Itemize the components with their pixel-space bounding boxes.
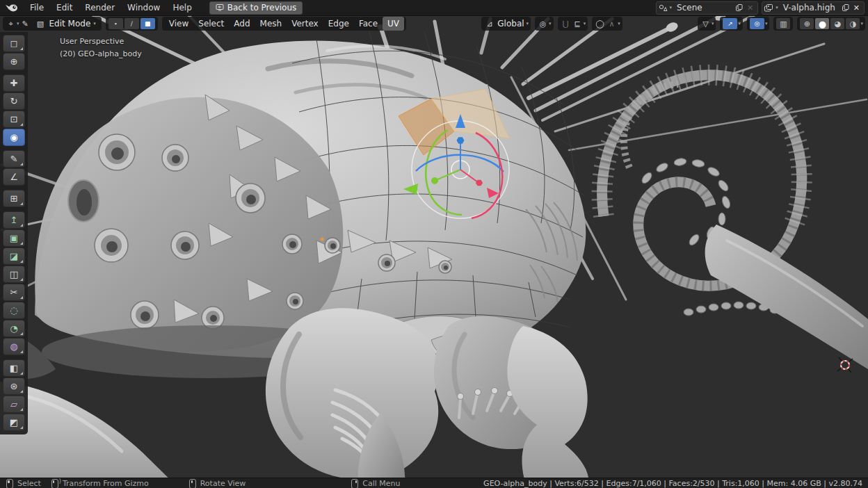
falloff-curve-icon[interactable]: ∧ [606, 20, 618, 28]
gizmo-y-handle[interactable] [431, 177, 438, 184]
tool-cursor[interactable]: ⊕ [3, 53, 25, 70]
menu-mesh[interactable]: Mesh [255, 17, 287, 31]
scene-name[interactable]: Scene [674, 3, 734, 13]
vertex-select-mode-button[interactable]: ∙ [108, 18, 123, 29]
tool-knife[interactable]: ✂ [3, 284, 25, 301]
proportional-editing-icon[interactable]: ◯ [594, 20, 606, 28]
tool-rotate[interactable]: ↻ [3, 92, 25, 110]
scene-statistics: GEO-alpha_body | Verts:6/532 | Edges:7/1… [483, 479, 862, 488]
tool-add-cube[interactable]: ⊞ [3, 190, 25, 207]
topbar: File Edit Render Window Help Back to Pre… [0, 0, 868, 16]
menu-add[interactable]: Add [229, 17, 255, 31]
menu-edit[interactable]: Edit [50, 0, 79, 15]
tool-move[interactable]: ✚ [3, 74, 25, 92]
tool-shrink-fatten[interactable]: ⊛ [3, 377, 25, 395]
active-object-label: (20) GEO-alpha_body [60, 48, 142, 60]
menu-select[interactable]: Select [193, 17, 229, 31]
scene-unlink-icon: ✕ [745, 3, 755, 13]
viewport-menus: View Select Add Mesh Vertex Edge Face UV [162, 17, 406, 31]
tool-loop-cut[interactable]: ◫ [3, 266, 25, 283]
menu-render[interactable]: Render [79, 0, 121, 15]
viewport-canvas[interactable] [0, 16, 868, 478]
face-select-mode-button[interactable]: ■ [140, 18, 155, 29]
menu-window[interactable]: Window [121, 0, 166, 15]
snap-magnet-icon[interactable]: ⋃ [560, 20, 572, 28]
menu-view[interactable]: View [164, 17, 193, 31]
tool-scale[interactable]: ⊡ [3, 111, 25, 128]
shading-solid-button[interactable]: ● [815, 18, 829, 29]
orientation-dropdown[interactable]: ⊿ Global ▾ [481, 17, 531, 31]
menu-uv[interactable]: UV [383, 17, 404, 31]
menu-file[interactable]: File [24, 0, 50, 15]
viewport-overlay-text: User Perspective (20) GEO-alpha_body [60, 35, 142, 60]
menu-help[interactable]: Help [166, 0, 198, 15]
object-origin-dot [321, 238, 324, 241]
show-overlays-button[interactable]: ◎ [750, 18, 764, 29]
pivot-point-icon: ◎ [537, 20, 549, 28]
xray-toggle-button[interactable]: ▥ [776, 18, 790, 29]
tool-extrude-region[interactable]: ↥ [3, 211, 25, 229]
menu-vertex[interactable]: Vertex [287, 17, 323, 31]
orientation-axes-icon: ⊿ [483, 20, 495, 28]
snap-target-icon[interactable]: ⊑ [572, 20, 584, 28]
shading-wireframe-button[interactable]: ⊕ [800, 18, 814, 29]
status-bar: Select Transform From Gizmo Rotate View … [0, 478, 868, 488]
menu-edge[interactable]: Edge [323, 17, 354, 31]
tool-inset-faces[interactable]: ▣ [3, 229, 25, 247]
tool-bevel[interactable]: ◪ [3, 247, 25, 265]
view-layer-selector[interactable]: ▾ V-alpha.high ✕ [762, 1, 865, 15]
tool-annotate[interactable]: ✎ [3, 150, 25, 168]
tool-shelf: ◻ ⊕ ✚ ↻ ⊡ ◉ ✎ ∠ ⊞ ↥ ▣ ◪ ◫ ✂ ◌ ◔ ◍ ◧ ⊛ ▱ … [0, 32, 28, 434]
edge-select-mode-button[interactable]: ∕ [124, 18, 139, 29]
viewport-3d: ⌖ ▾ ✎ ▧ Edit Mode ▾ ∙ ∕ ■ View Select Ad… [0, 16, 868, 478]
mouse-middle-icon [189, 479, 196, 488]
hint-call-menu: Call Menu [351, 479, 400, 488]
view-layer-icon [764, 4, 773, 12]
tool-shear[interactable]: ▱ [3, 396, 25, 413]
annotate-pen-icon[interactable]: ✎ [19, 20, 31, 28]
new-copy-icon[interactable] [842, 4, 849, 12]
menu-face[interactable]: Face [354, 17, 383, 31]
tool-transform[interactable]: ◉ [3, 129, 25, 146]
hint-transform-from-gizmo: Transform From Gizmo [51, 479, 149, 488]
new-copy-icon[interactable] [736, 4, 743, 12]
shading-material-button[interactable]: ◕ [830, 18, 844, 29]
scene-icon [659, 4, 668, 12]
mouse-left-drag-icon [51, 479, 58, 488]
hint-rotate-view: Rotate View [189, 479, 246, 488]
mouse-right-icon [351, 479, 358, 488]
mode-dropdown[interactable]: ▧ Edit Mode ▾ [31, 19, 99, 29]
view-perspective-label: User Perspective [60, 35, 142, 48]
hint-select: Select [6, 479, 41, 488]
pivot-point-dropdown[interactable]: ◎ ▾ [535, 17, 554, 31]
tool-smooth[interactable]: ◍ [3, 338, 25, 355]
tool-edge-slide[interactable]: ◧ [3, 359, 25, 377]
back-screen-icon [216, 4, 224, 11]
tool-measure[interactable]: ∠ [3, 168, 25, 186]
editor-type-icon[interactable]: ⌖ [5, 20, 17, 28]
tool-select-box[interactable]: ◻ [3, 35, 25, 52]
back-to-previous-button[interactable]: Back to Previous [209, 1, 303, 15]
edit-mode-icon: ▧ [35, 20, 47, 28]
blender-logo-icon[interactable] [5, 3, 18, 13]
scene-selector[interactable]: ▾ Scene ✕ [656, 1, 759, 15]
visibility-filter-dropdown[interactable]: ▽ ▾ [698, 17, 716, 31]
view-layer-remove-icon[interactable]: ✕ [851, 3, 862, 13]
mouse-left-icon [6, 479, 13, 488]
tool-poly-build[interactable]: ◌ [3, 302, 25, 319]
tool-spin[interactable]: ◔ [3, 320, 25, 337]
tool-rip-region[interactable]: ◩ [3, 414, 25, 431]
view-layer-name[interactable]: V-alpha.high [780, 3, 840, 13]
shading-rendered-button[interactable]: ◑ [846, 18, 860, 29]
show-gizmo-button[interactable]: ↗ [723, 18, 737, 29]
filter-funnel-icon: ▽ [700, 20, 712, 28]
